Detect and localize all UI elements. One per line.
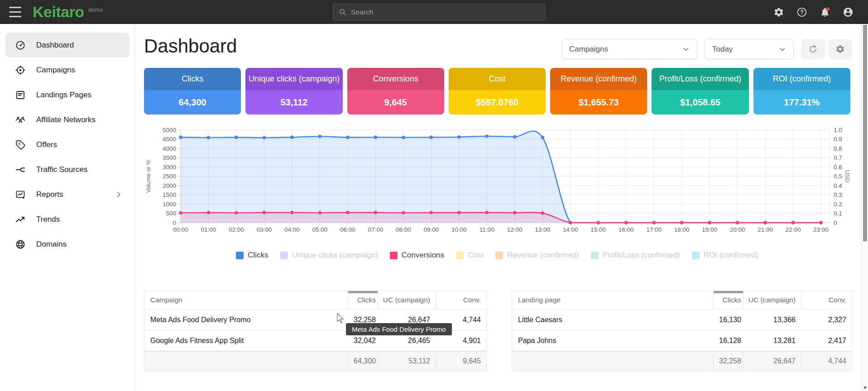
campaigns-icon: [15, 65, 26, 76]
metric-card-revenue-confirmed[interactable]: Revenue (confirmed)$1,655.73: [550, 68, 647, 114]
svg-text:0.8: 0.8: [834, 145, 842, 152]
gear-icon: [835, 44, 845, 54]
sidebar-item-landings-pages[interactable]: Landings Pages: [5, 82, 129, 107]
svg-text:0.5: 0.5: [834, 173, 842, 180]
chevron-down-icon: [778, 45, 787, 54]
metric-label: Profit/Loss (confirmed): [652, 68, 748, 90]
notifications-icon[interactable]: [820, 7, 830, 18]
svg-text:0: 0: [834, 219, 837, 226]
sidebar-item-traffic-sources[interactable]: Traffic Sources: [5, 157, 129, 182]
svg-text:1000: 1000: [163, 201, 176, 208]
sort-indicator: [714, 291, 743, 293]
metric-card-clicks[interactable]: Clicks64,300: [144, 68, 241, 114]
legend-item-cost[interactable]: Cost: [456, 251, 484, 260]
svg-text:2500: 2500: [163, 173, 176, 180]
column-header-uc-campaign[interactable]: UC (campaign): [378, 291, 436, 309]
metric-label: Cost: [449, 68, 546, 90]
svg-text:0: 0: [173, 219, 176, 226]
sidebar-item-trends[interactable]: Trends: [5, 207, 129, 232]
metric-card-cost[interactable]: Cost$597.0760: [449, 68, 546, 114]
chevron-down-icon: [681, 45, 691, 54]
conversions-series: [179, 211, 823, 224]
legend-item-clicks[interactable]: Clicks: [236, 251, 268, 260]
svg-text:02:00: 02:00: [229, 226, 244, 233]
metric-card-roi-confirmed[interactable]: ROI (confirmed)177.31%: [753, 68, 850, 114]
svg-text:12:00: 12:00: [507, 226, 523, 233]
column-header-conv[interactable]: Conv.: [436, 291, 486, 309]
row-value: 13,281: [743, 331, 801, 351]
svg-text:0.7: 0.7: [834, 154, 842, 161]
table-row[interactable]: Little Caesars16,13013,3662,327: [512, 309, 852, 330]
column-header-clicks[interactable]: Clicks: [348, 291, 378, 309]
refresh-button[interactable]: [801, 39, 825, 59]
group-by-value: Campaigns: [569, 45, 608, 54]
row-name[interactable]: Little Caesars: [512, 310, 713, 330]
svg-text:s: s: [18, 141, 20, 146]
metric-value: 64,300: [144, 90, 241, 114]
sidebar-item-dashboard[interactable]: Dashboard: [5, 33, 129, 57]
reports-icon: [15, 189, 26, 200]
brand-logo[interactable]: Keitaro demo: [33, 4, 103, 20]
column-header-landing-page[interactable]: Landing page: [512, 291, 713, 309]
metric-label: Clicks: [144, 68, 241, 90]
metric-card-conversions[interactable]: Conversions9,645: [347, 68, 444, 114]
scrollbar-thumb[interactable]: [863, 25, 867, 241]
search-box[interactable]: [333, 4, 546, 20]
column-header-uc-campaign[interactable]: UC (campaign): [743, 291, 801, 309]
svg-text:USD: USD: [844, 170, 850, 182]
legend-item-revenue-confirmed[interactable]: Revenue (confirmed): [495, 251, 579, 260]
svg-text:0.9: 0.9: [834, 136, 842, 143]
table-header-row: Landing pageClicksUC (campaign)Conv.: [512, 291, 852, 309]
totals-label: [512, 352, 713, 371]
sidebar-item-domains[interactable]: Domains: [5, 232, 129, 257]
sidebar-item-campaigns[interactable]: Campaigns: [5, 57, 129, 82]
legend-item-profit-loss-confirmed[interactable]: Profit/Loss (confirmed): [591, 251, 680, 260]
metric-label: ROI (confirmed): [753, 68, 850, 90]
totals-value: 9,645: [436, 352, 486, 371]
legend-item-unique-clicks-campaign[interactable]: Unique clicks (campaign): [280, 251, 378, 260]
settings-icon[interactable]: [773, 7, 784, 18]
menu-icon[interactable]: [9, 7, 21, 17]
column-header-campaign[interactable]: Campaign: [144, 291, 348, 309]
svg-text:1500: 1500: [163, 191, 176, 198]
group-by-select[interactable]: Campaigns: [561, 39, 697, 59]
column-header-conv[interactable]: Conv.: [801, 291, 852, 309]
legend-swatch: [591, 252, 599, 259]
legend-item-roi-confirmed[interactable]: ROI (confirmed): [692, 251, 758, 260]
account-icon[interactable]: [843, 7, 854, 18]
svg-text:22:00: 22:00: [786, 226, 801, 233]
metric-value: 177.31%: [753, 90, 850, 114]
legend-item-conversions[interactable]: Conversions: [390, 251, 445, 260]
sidebar-item-affiliate-networks[interactable]: Affiliate Networks: [5, 107, 129, 132]
column-header-clicks[interactable]: Clicks: [713, 291, 743, 309]
svg-text:4500: 4500: [163, 136, 176, 143]
svg-text:0.4: 0.4: [834, 182, 842, 189]
page-scrollbar[interactable]: ▼: [861, 24, 868, 391]
row-name[interactable]: Google Ads Fitness App Split: [144, 331, 348, 351]
row-name[interactable]: Meta Ads Food Delivery Promo: [144, 310, 348, 330]
landings-icon: [15, 90, 26, 100]
metric-card-unique-clicks-campaign[interactable]: Unique clicks (campaign)53,112: [245, 68, 342, 114]
svg-text:11:00: 11:00: [480, 226, 494, 233]
sidebar-item-reports[interactable]: Reports: [5, 182, 129, 207]
sidebar-item-offers[interactable]: sOffers: [5, 132, 129, 157]
metric-label: Revenue (confirmed): [550, 68, 647, 90]
svg-text:07:00: 07:00: [368, 226, 383, 233]
svg-text:23:00: 23:00: [813, 226, 829, 233]
help-icon[interactable]: ?: [796, 7, 807, 18]
clicks-series: [179, 131, 823, 224]
scroll-down-icon[interactable]: ▼: [862, 385, 868, 390]
svg-text:0.2: 0.2: [834, 201, 842, 208]
totals-value: 32,258: [713, 352, 743, 371]
row-value: 13,366: [743, 310, 801, 330]
table-row[interactable]: Papa Johns16,12813,2812,417: [512, 330, 852, 351]
search-input[interactable]: [351, 8, 540, 16]
svg-text:19:00: 19:00: [702, 226, 717, 233]
legend-swatch: [495, 252, 503, 259]
chart-settings-button[interactable]: [828, 39, 852, 59]
date-range-select[interactable]: Today: [705, 39, 794, 59]
row-name[interactable]: Papa Johns: [512, 331, 713, 351]
dashboard-chart[interactable]: 50001.045000.940000.835000.730000.625000…: [144, 122, 850, 242]
traffic-sources-icon: [15, 164, 26, 175]
metric-card-profit-loss-confirmed[interactable]: Profit/Loss (confirmed)$1,058.65: [652, 68, 748, 114]
